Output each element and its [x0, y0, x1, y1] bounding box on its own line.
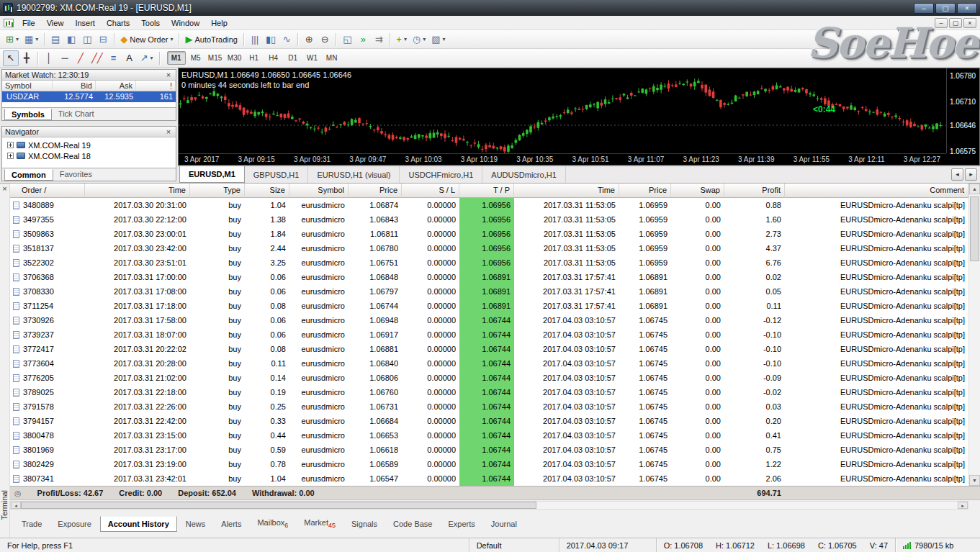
- market-watch-row[interactable]: USDZAR12.577412.5935161: [2, 91, 176, 102]
- fibonacci-button[interactable]: ≡: [106, 50, 122, 66]
- column-header-size[interactable]: Size: [245, 184, 289, 198]
- terminal-close-icon[interactable]: ×: [0, 184, 9, 194]
- chart-tab-usdchfmicro-h1[interactable]: USDCHFmicro,H1: [400, 166, 482, 183]
- data-window-toggle-button[interactable]: ◧: [63, 32, 79, 47]
- table-row[interactable]: 37941572017.03.31 22:42:00buy0.33eurusdm…: [10, 414, 968, 428]
- terminal-tab-trade[interactable]: Trade: [14, 517, 49, 531]
- new-chart-button[interactable]: ⊞▾: [3, 32, 22, 47]
- terminal-tab-market[interactable]: Market45: [297, 515, 343, 532]
- crosshair-button[interactable]: ╋: [19, 50, 35, 66]
- chart-window-icon[interactable]: [4, 19, 14, 27]
- timeframe-m5[interactable]: M5: [186, 51, 205, 65]
- time-axis[interactable]: 3 Apr 20173 Apr 09:153 Apr 09:313 Apr 09…: [179, 153, 946, 165]
- menu-help[interactable]: Help: [205, 17, 233, 30]
- minimize-button[interactable]: –: [914, 3, 934, 14]
- scroll-left-icon[interactable]: ◂: [11, 502, 21, 509]
- table-row[interactable]: 37309262017.03.31 17:58:00buy0.06eurusdm…: [10, 313, 968, 327]
- chart-window[interactable]: 1.067801.067101.066461.06575 3 Apr 20173…: [178, 68, 980, 166]
- column-header-swap[interactable]: Swap: [671, 184, 724, 198]
- table-row[interactable]: 35098632017.03.30 23:00:01buy1.84eurusdm…: [10, 227, 968, 241]
- menu-view[interactable]: View: [41, 17, 70, 30]
- candlestick-chart-button[interactable]: ▮▯: [263, 32, 279, 47]
- terminal-tab-code-base[interactable]: Code Base: [386, 517, 439, 531]
- market-watch-tab-tick-chart[interactable]: Tick Chart: [52, 109, 101, 120]
- column-header-t-p[interactable]: T / P: [459, 184, 514, 198]
- column-header-time[interactable]: Time: [85, 184, 190, 198]
- table-row[interactable]: 37112542017.03.31 17:18:00buy0.08eurusdm…: [10, 299, 968, 313]
- price-axis[interactable]: 1.067801.067101.066461.06575: [946, 68, 979, 153]
- column-header-price[interactable]: Price: [349, 184, 402, 198]
- mw-col-ask[interactable]: Ask: [96, 81, 136, 91]
- bar-chart-button[interactable]: |||: [247, 32, 263, 47]
- market-watch-tab-symbols[interactable]: Symbols: [4, 109, 52, 120]
- chart-tab-eurusd-h1-visual[interactable]: EURUSD,H1 (visual): [308, 166, 400, 183]
- horizontal-line-button[interactable]: ─: [57, 50, 73, 66]
- column-header-type[interactable]: Type: [190, 184, 245, 198]
- templates-button[interactable]: ▧▾: [428, 32, 448, 47]
- navigator-account-item[interactable]: XM.COM-Real 18: [4, 150, 174, 161]
- timeframe-h1[interactable]: H1: [245, 51, 264, 65]
- table-row[interactable]: 38019692017.03.31 23:17:00buy0.59eurusdm…: [10, 443, 968, 457]
- chart-tab-gbpusd-h1[interactable]: GBPUSD,H1: [245, 166, 309, 183]
- cursor-button[interactable]: ↖: [3, 50, 19, 66]
- column-header-profit[interactable]: Profit: [724, 184, 785, 198]
- terminal-tab-account-history[interactable]: Account History: [100, 516, 177, 532]
- navigator-tab-common[interactable]: Common: [4, 169, 53, 181]
- terminal-tab-exposure[interactable]: Exposure: [50, 517, 98, 531]
- equidistant-channel-button[interactable]: ╱╱: [89, 50, 106, 66]
- table-row[interactable]: 38024292017.03.31 23:19:00buy0.78eurusdm…: [10, 457, 968, 471]
- vertical-line-button[interactable]: │: [41, 50, 57, 66]
- new-order-button[interactable]: ◆New Order▾: [117, 32, 176, 47]
- table-row[interactable]: 37724172017.03.31 20:22:02buy0.08eurusdm…: [10, 342, 968, 356]
- chart-tabs-scroll-right-icon[interactable]: ▸: [965, 168, 977, 181]
- periods-button[interactable]: ◷▾: [410, 32, 428, 47]
- close-button[interactable]: ×: [957, 3, 977, 14]
- navigator-account-item[interactable]: XM.COM-Real 19: [4, 140, 174, 150]
- auto-scroll-button[interactable]: »: [355, 32, 371, 47]
- profiles-button[interactable]: ▦▾: [22, 32, 41, 47]
- vertical-scroll-thumb[interactable]: [970, 196, 979, 261]
- zoom-out-button[interactable]: ⊖: [317, 32, 333, 47]
- chart-tabs-scroll-left-icon[interactable]: ◂: [951, 168, 963, 181]
- menu-file[interactable]: File: [17, 17, 41, 30]
- trendline-button[interactable]: ╱: [73, 50, 89, 66]
- mw-col-bid[interactable]: Bid: [53, 81, 96, 91]
- table-row[interactable]: 38004782017.03.31 23:15:00buy0.44eurusdm…: [10, 428, 968, 443]
- menu-tools[interactable]: Tools: [135, 17, 166, 30]
- table-row[interactable]: 37083302017.03.31 17:08:00buy0.06eurusdm…: [10, 284, 968, 299]
- column-header-symbol[interactable]: Symbol: [289, 184, 349, 198]
- table-row[interactable]: 37890252017.03.31 22:18:00buy0.19eurusdm…: [10, 385, 968, 399]
- horizontal-scroll-track[interactable]: [21, 502, 958, 509]
- chart-tab-eurusd-m1[interactable]: EURUSD,M1: [179, 166, 245, 183]
- line-chart-button[interactable]: ∿: [279, 32, 295, 47]
- table-row[interactable]: 37392372017.03.31 18:07:00buy0.06eurusdm…: [10, 327, 968, 342]
- expand-plus-icon[interactable]: [7, 153, 14, 159]
- expand-plus-icon[interactable]: [7, 142, 14, 148]
- timeframe-w1[interactable]: W1: [303, 51, 322, 65]
- scroll-up-icon[interactable]: ▲: [969, 184, 980, 194]
- chart-shift-button[interactable]: ⇉: [371, 32, 387, 47]
- terminal-tab-signals[interactable]: Signals: [344, 517, 385, 531]
- timeframe-h4[interactable]: H4: [264, 51, 283, 65]
- navigator-tab-favorites[interactable]: Favorites: [53, 169, 99, 181]
- terminal-tab-journal[interactable]: Journal: [484, 517, 524, 531]
- market-watch-toggle-button[interactable]: ▤: [48, 32, 63, 47]
- terminal-tab-mailbox[interactable]: Mailbox6: [250, 515, 295, 532]
- indicators-list-button[interactable]: +▾: [393, 32, 410, 47]
- menu-charts[interactable]: Charts: [101, 17, 135, 30]
- navigator-close-icon[interactable]: ×: [164, 127, 173, 136]
- arrows-button[interactable]: ↗▾: [138, 50, 156, 66]
- terminal-toggle-button[interactable]: ⊟: [95, 32, 111, 47]
- status-profile[interactable]: Default: [469, 538, 559, 552]
- text-label-button[interactable]: A: [122, 50, 138, 66]
- market-watch-close-icon[interactable]: ×: [164, 71, 173, 79]
- tile-windows-button[interactable]: ◱: [339, 32, 355, 47]
- vertical-scrollbar[interactable]: ▲ ▼: [968, 184, 980, 486]
- table-row[interactable]: 37063682017.03.31 17:00:00buy0.06eurusdm…: [10, 270, 968, 284]
- horizontal-scroll-thumb[interactable]: [21, 502, 536, 509]
- mw-col-symbol[interactable]: Symbol: [2, 81, 53, 91]
- column-header-order[interactable]: Order /: [10, 184, 85, 198]
- menu-window[interactable]: Window: [166, 17, 205, 30]
- table-row[interactable]: 38073412017.03.31 23:42:01buy1.04eurusdm…: [10, 471, 968, 486]
- timeframe-d1[interactable]: D1: [284, 51, 302, 65]
